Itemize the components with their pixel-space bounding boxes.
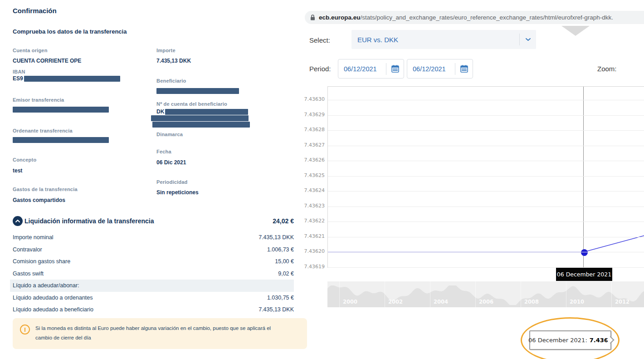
periodicidad-value: Sin repeticiones (156, 189, 199, 196)
currency-pair-select[interactable]: EUR vs. DKK (351, 30, 536, 49)
y-axis-tick: 7.43627 (299, 142, 325, 148)
liquidation-row: Importe nominal7.435,13 DKK (13, 231, 294, 244)
transfer-confirmation-panel: Confirmación Comprueba los datos de la t… (0, 0, 299, 359)
liquidation-row: Contravalor1.006,73 € (13, 244, 294, 256)
select-label: Select: (309, 36, 330, 44)
gastos-label: Gastos de la transferencia (13, 187, 78, 192)
y-axis-tick: 7.43622 (299, 218, 325, 224)
tooltip-date: 06 December 2021: (528, 337, 587, 344)
liquidation-row: Líquido adeudado a ordenantes1.030,75 € (13, 292, 294, 304)
y-axis-tick: 7.43625 (299, 172, 325, 178)
iban-prefix: ES9 (13, 75, 23, 82)
chevron-up-icon (15, 219, 20, 223)
periodicidad-label: Periodicidad (156, 179, 187, 185)
redaction-bar (156, 88, 239, 94)
navigator-year-label: 2002 (385, 299, 405, 305)
period-to-input[interactable]: 06/12/2021 (407, 59, 473, 79)
liquidation-header: Liquidación informativa de la transferen… (13, 216, 294, 226)
chart-navigator[interactable]: 2000200220042006200820102012 (327, 281, 644, 307)
row-label: Líquido adeudado a ordenantes (13, 295, 93, 301)
emisor-label: Emisor transferencia (13, 97, 64, 103)
account-prefix: DK (156, 108, 164, 115)
beneficiario-label: Beneficiario (156, 78, 186, 84)
row-value: 15,00 € (275, 258, 294, 265)
liquidation-rows: Importe nominal7.435,13 DKKContravalor1.… (13, 231, 294, 316)
redaction-bar (13, 137, 109, 143)
navigator-gridline (430, 281, 430, 307)
y-axis-tick: 7.43621 (299, 233, 325, 239)
navigator-gridline (475, 281, 476, 307)
period-label: Period: (309, 65, 331, 73)
row-label: Comision gastos share (13, 258, 70, 265)
row-label: Líquido adeudado a beneficiario (13, 306, 93, 313)
gridline (328, 161, 644, 161)
ecb-chart-panel: ecb.europa.eu/stats/policy_and_exchange_… (299, 0, 644, 359)
y-axis-tick: 7.43630 (299, 96, 325, 102)
redaction-bar (151, 115, 249, 121)
cuenta-origen-value: CUENTA CORRIENTE OPE (13, 58, 81, 64)
gridline (328, 207, 644, 207)
row-value: 1.006,73 € (267, 246, 294, 253)
y-axis-tick: 7.43624 (299, 187, 325, 193)
row-label: Importe nominal (13, 234, 54, 241)
period-from-input[interactable]: 06/12/2021 (338, 59, 404, 79)
rate-line-series (328, 87, 644, 267)
row-label: Gastos swift (13, 270, 44, 277)
row-value: 1.030,75 € (267, 295, 294, 301)
period-from-value: 06/12/2021 (344, 65, 386, 73)
navigator-year-label: 2010 (567, 299, 587, 305)
crosshair-line (583, 87, 584, 268)
y-axis-tick: 7.43623 (299, 203, 325, 209)
row-value: 7.435,13 DKK (259, 306, 294, 313)
gridline (328, 252, 644, 252)
gridline (328, 130, 644, 131)
country-label: Dinamarca (156, 132, 183, 137)
warning-icon (20, 325, 30, 334)
liquidation-row: Líquido adeudado a beneficiario7.435,13 … (13, 304, 294, 316)
iban-value: ES9 (13, 75, 120, 82)
page-title: Confirmación (13, 7, 57, 15)
navigator-gridline (611, 281, 612, 307)
chart-tooltip: 06 December 2021:7.4362 (529, 330, 611, 350)
browser-url-bar[interactable]: ecb.europa.eu/stats/policy_and_exchange_… (305, 11, 644, 24)
chevron-down-icon (520, 38, 536, 41)
navigator-gridline (385, 281, 385, 307)
importe-value: 7.435,13 DKK (156, 58, 191, 64)
zoom-label: Zoom: (597, 65, 617, 73)
ordenante-label: Ordenante transferencia (13, 128, 73, 133)
gridline (328, 100, 644, 100)
gridline (328, 146, 644, 146)
y-axis-tick: 7.43619 (299, 264, 325, 270)
selected-pair: EUR vs. DKK (357, 36, 519, 44)
calendar-icon[interactable] (386, 65, 404, 73)
navigator-year-label: 2012 (612, 299, 632, 305)
crosshair-date-label: 06 December 2021 (556, 268, 612, 281)
gridline (328, 115, 644, 116)
navigator-gridline (339, 281, 340, 307)
gridline (328, 221, 644, 222)
chart-plot-area[interactable]: 06 December 2021:7.4362 (327, 86, 644, 268)
gridline (328, 191, 644, 192)
calendar-icon[interactable] (455, 65, 473, 73)
collapse-button[interactable] (13, 216, 23, 226)
warning-box: Si la moneda es distinta al Euro puede h… (13, 318, 307, 349)
row-label: Líquido a adeudar/abonar: (13, 282, 79, 289)
fecha-value: 06 Dic 2021 (156, 159, 186, 166)
redaction-bar (165, 109, 248, 115)
liquidation-total: 24,02 € (273, 217, 294, 225)
period-to-value: 06/12/2021 (413, 65, 455, 73)
navigator-gridline (521, 281, 521, 307)
y-axis-tick: 7.43626 (299, 157, 325, 163)
url-path: /stats/policy_and_exchange_rates/euro_re… (361, 14, 614, 21)
row-label: Contravalor (13, 246, 42, 253)
data-point-marker (581, 249, 588, 256)
gridline (328, 176, 644, 177)
url-domain: ecb.europa.eu (319, 14, 361, 21)
subtitle: Comprueba los datos de la transferencia (13, 28, 127, 35)
concepto-value: test (13, 167, 22, 174)
navigator-gridline (566, 281, 566, 307)
y-axis-tick: 7.43628 (299, 127, 325, 133)
y-axis-tick: 7.43620 (299, 248, 325, 254)
redaction-bar (152, 122, 250, 128)
navigator-year-label: 2000 (340, 299, 360, 305)
